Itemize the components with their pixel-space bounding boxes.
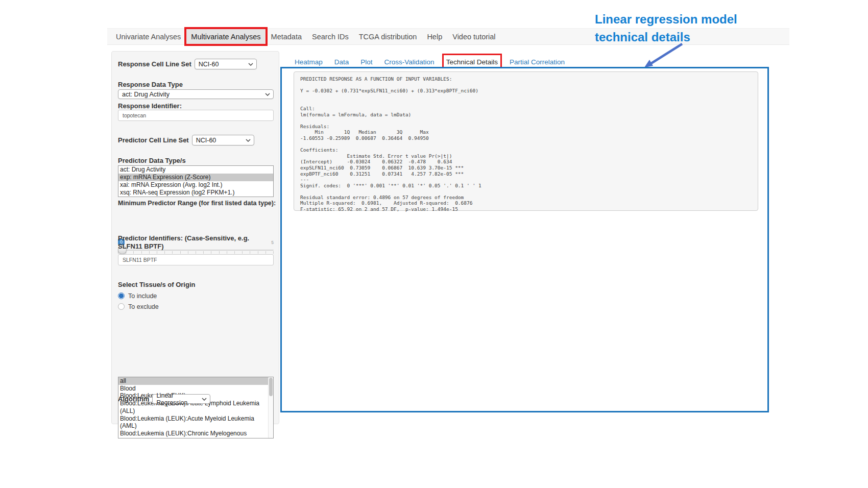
tab-partial-correlation[interactable]: Partial Correlation	[510, 58, 565, 66]
tab-data[interactable]: Data	[334, 58, 349, 66]
response-cell-line-set-label: Response Cell Line Set	[118, 60, 191, 68]
tissue-listbox: all Blood Blood:Leukemia (LEUK) Blood:Le…	[118, 377, 274, 438]
predictor-cell-line-set-row: Predictor Cell Line Set NCI-60	[118, 135, 274, 145]
response-data-type-value: act: Drug Activity	[122, 91, 170, 98]
tab-heatmap[interactable]: Heatmap	[295, 58, 323, 66]
algorithm-select[interactable]: Linear Regression	[152, 394, 210, 404]
nav-item-multivariate-label: Multivariate Analyses	[191, 33, 260, 41]
nav-item-help[interactable]: Help	[422, 29, 447, 44]
response-identifier-input[interactable]	[118, 110, 274, 121]
annotation-title-line1: Linear regression model	[595, 10, 737, 28]
radio-to-include-label: To include	[128, 292, 157, 300]
list-item[interactable]: act: Drug Activity	[118, 166, 273, 174]
radio-to-exclude-label: To exclude	[128, 303, 159, 310]
result-tabs: Heatmap Data Plot Cross-Validation Techn…	[295, 56, 565, 68]
scrollbar-thumb[interactable]	[269, 378, 273, 396]
algorithm-label: Algorithm	[118, 395, 149, 403]
chevron-down-icon	[246, 139, 251, 142]
list-item[interactable]: Blood:Leukemia (LEUK):Chronic Myelogenou…	[118, 430, 273, 438]
nav-item-univariate-analyses[interactable]: Univariate Analyses	[111, 29, 186, 44]
response-identifier-label: Response Identifier:	[118, 102, 274, 110]
slider-ticks	[118, 251, 274, 254]
list-item[interactable]: xsq: RNA-seq Expression (log2 FPKM+1.)	[118, 189, 273, 197]
radio-to-include[interactable]: To include	[118, 290, 274, 301]
sidebar-panel: Response Cell Line Set NCI-60 Response D…	[111, 51, 279, 424]
min-predictor-range-label: Minimum Predictor Range (for first liste…	[118, 200, 274, 207]
chevron-down-icon	[202, 398, 207, 401]
technical-details-output-box: PREDICTED RESPONSE AS A FUNCTION OF INPU…	[294, 71, 758, 211]
tab-technical-details-label: Technical Details	[446, 58, 498, 66]
nav-item-tcga-distribution[interactable]: TCGA distribution	[354, 29, 422, 44]
predictor-cell-line-set-label: Predictor Cell Line Set	[118, 136, 189, 144]
radio-selected-icon	[118, 292, 125, 299]
predictor-cell-line-set-value: NCI-60	[196, 137, 216, 144]
list-item[interactable]: exp: mRNA Expression (Z-Score)	[118, 174, 273, 181]
tab-plot[interactable]: Plot	[360, 58, 372, 66]
list-item[interactable]: Blood	[118, 385, 273, 393]
nav-item-video-tutorial[interactable]: Video tutorial	[447, 29, 500, 44]
response-cell-line-set-row: Response Cell Line Set NCI-60	[118, 59, 274, 69]
chevron-down-icon	[265, 93, 270, 96]
predictor-identifiers-input[interactable]	[118, 254, 274, 265]
predictor-cell-line-set-select[interactable]: NCI-60	[192, 135, 254, 145]
response-data-type-label: Response Data Type	[118, 81, 274, 88]
response-cell-line-set-value: NCI-60	[199, 61, 219, 68]
tab-cross-validation[interactable]: Cross-Validation	[384, 58, 435, 66]
tab-technical-details[interactable]: Technical Details	[446, 58, 498, 66]
page: Univariate Analyses Multivariate Analyse…	[0, 0, 868, 488]
nav-item-search-ids[interactable]: Search IDs	[307, 29, 354, 44]
nav-item-metadata[interactable]: Metadata	[266, 29, 307, 44]
predictor-identifiers-label: Predictor Identifiers: (Case-Sensitive, …	[118, 234, 274, 251]
list-item[interactable]: Blood:Leukemia (LEUK):Acute Myeloid Leuk…	[118, 415, 273, 430]
nav-item-multivariate-analyses[interactable]: Multivariate Analyses	[186, 29, 266, 44]
algorithm-row: Algorithm Linear Regression	[118, 394, 274, 404]
response-data-type-select[interactable]: act: Drug Activity	[118, 89, 274, 99]
algorithm-value: Linear Regression	[156, 392, 200, 406]
scrollbar[interactable]	[268, 377, 273, 438]
radio-to-exclude[interactable]: To exclude	[118, 301, 274, 312]
list-item[interactable]: xai: mRNA Expression (Avg. log2 Int.)	[118, 181, 273, 189]
chevron-down-icon	[248, 63, 253, 66]
response-cell-line-set-select[interactable]: NCI-60	[195, 59, 257, 69]
tissue-origin-label: Select Tissue/s of Origin	[118, 281, 274, 288]
predictor-data-types-listbox: act: Drug Activity exp: mRNA Expression …	[118, 165, 274, 197]
regression-output-text: PREDICTED RESPONSE AS A FUNCTION OF INPU…	[300, 76, 752, 212]
list-item[interactable]: all	[118, 377, 273, 385]
radio-unselected-icon	[118, 303, 125, 310]
predictor-data-types-label: Predictor Data Type/s	[118, 157, 274, 164]
